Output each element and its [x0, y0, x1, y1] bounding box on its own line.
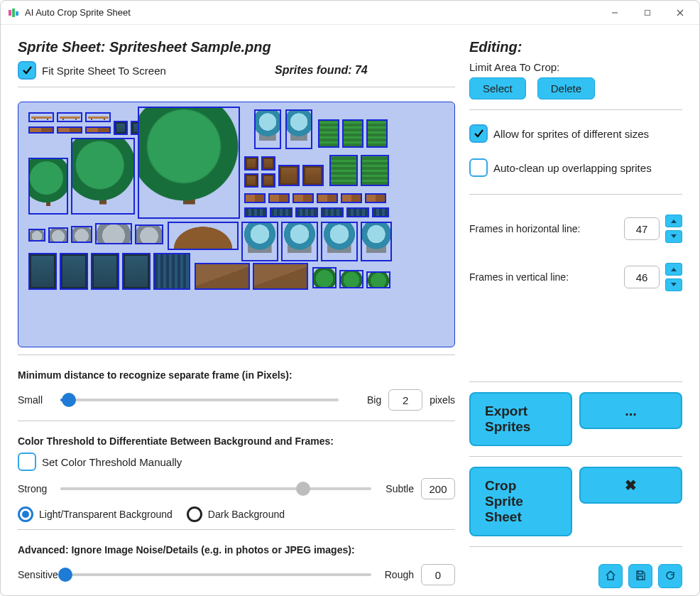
frames-h-down-button[interactable]: [665, 230, 682, 243]
frames-h-label: Frames in horizontal line:: [469, 223, 580, 234]
sprite-box[interactable]: [253, 263, 308, 290]
allow-sizes-checkbox[interactable]: Allow for sprites of different sizes: [469, 124, 682, 143]
sprite-box[interactable]: [244, 207, 267, 217]
svg-rect-2: [16, 11, 18, 16]
sprite-box[interactable]: [28, 126, 54, 134]
sprite-box[interactable]: [312, 267, 337, 288]
sprite-box[interactable]: [292, 193, 314, 203]
min-distance-unit: pixels: [430, 394, 455, 406]
sprite-box[interactable]: [244, 193, 266, 203]
sprite-box[interactable]: [122, 253, 151, 290]
sprite-box[interactable]: [57, 112, 82, 122]
window-maximize-button[interactable]: [631, 1, 664, 24]
home-button[interactable]: [598, 564, 623, 588]
sprite-box[interactable]: [244, 173, 258, 188]
fit-to-screen-checkbox[interactable]: Fit Sprite Sheet To Screen: [18, 61, 166, 80]
allow-sizes-label: Allow for sprites of different sizes: [493, 128, 649, 140]
fit-to-screen-label: Fit Sprite Sheet To Screen: [42, 65, 166, 77]
sprite-box[interactable]: [321, 207, 344, 217]
sprite-box[interactable]: [28, 253, 57, 290]
sprite-box[interactable]: [317, 193, 338, 203]
sprite-box[interactable]: [28, 112, 54, 122]
auto-clean-checkbox[interactable]: Auto-clean up overlapping sprites: [469, 158, 682, 177]
sprite-box[interactable]: [321, 222, 358, 261]
threshold-left-label: Strong: [18, 483, 53, 494]
sprite-box[interactable]: [28, 158, 68, 215]
export-sprites-button[interactable]: Export Sprites: [469, 392, 572, 446]
select-button[interactable]: Select: [469, 77, 526, 99]
sprite-box[interactable]: [241, 222, 278, 261]
sprite-box[interactable]: [153, 253, 190, 290]
sprite-box[interactable]: [365, 193, 386, 203]
sprite-box[interactable]: [91, 253, 119, 290]
sprite-box[interactable]: [95, 223, 132, 244]
checkbox-icon: [18, 61, 36, 80]
noise-value[interactable]: 0: [421, 564, 455, 585]
sprite-box[interactable]: [85, 126, 111, 134]
export-more-button[interactable]: ...: [579, 392, 682, 429]
sprite-box[interactable]: [244, 156, 258, 170]
sprite-box[interactable]: [270, 207, 292, 217]
sprite-box[interactable]: [302, 165, 324, 186]
sprite-box[interactable]: [318, 119, 339, 148]
manual-threshold-checkbox[interactable]: Set Color Threshold Manually: [18, 453, 455, 471]
sprite-box[interactable]: [48, 227, 68, 243]
min-distance-right-label: Big: [346, 394, 381, 406]
sprite-box[interactable]: [168, 222, 239, 250]
delete-button[interactable]: Delete: [537, 77, 595, 99]
sprite-box[interactable]: [285, 109, 312, 149]
frames-h-up-button[interactable]: [665, 215, 682, 227]
sprite-box[interactable]: [28, 229, 45, 242]
radio-light-background[interactable]: Light/Transparent Background: [18, 506, 173, 522]
sprite-box[interactable]: [268, 193, 290, 203]
sprite-box[interactable]: [60, 253, 88, 290]
noise-slider[interactable]: [65, 568, 371, 582]
sprite-box[interactable]: [57, 126, 82, 134]
sprite-box[interactable]: [71, 138, 135, 215]
sprite-box[interactable]: [278, 165, 300, 186]
frames-h-value[interactable]: 47: [624, 217, 660, 240]
sprite-box[interactable]: [85, 112, 111, 122]
sprite-box[interactable]: [361, 222, 392, 261]
sheet-title: Sprite Sheet: Spritesheet Sample.png: [18, 39, 455, 55]
sprite-box[interactable]: [295, 207, 318, 217]
crop-sprite-sheet-button[interactable]: Crop Sprite Sheet: [469, 467, 572, 536]
sprite-box[interactable]: [138, 107, 240, 219]
sprite-box[interactable]: [261, 173, 275, 188]
threshold-slider[interactable]: [60, 482, 371, 496]
window-close-button[interactable]: [664, 1, 696, 24]
sprite-box[interactable]: [342, 119, 363, 148]
min-distance-slider[interactable]: [60, 393, 339, 407]
min-distance-value[interactable]: 2: [388, 389, 422, 411]
sprite-box[interactable]: [135, 224, 163, 244]
radio-dark-background[interactable]: Dark Background: [187, 506, 285, 522]
window-title: AI Auto Crop Sprite Sheet: [25, 7, 131, 18]
radio-light-label: Light/Transparent Background: [39, 509, 173, 520]
sprite-box[interactable]: [195, 263, 250, 290]
sprite-box[interactable]: [281, 222, 318, 261]
sprite-preview[interactable]: [18, 102, 455, 347]
window-minimize-button[interactable]: [598, 1, 631, 24]
sprite-box[interactable]: [366, 119, 388, 148]
sprite-box[interactable]: [254, 109, 281, 149]
sprite-box[interactable]: [329, 155, 358, 186]
sprite-box[interactable]: [339, 270, 363, 288]
sprite-box[interactable]: [114, 121, 128, 135]
sprite-box[interactable]: [341, 193, 362, 203]
sprite-box[interactable]: [372, 207, 389, 217]
frames-v-up-button[interactable]: [665, 263, 682, 276]
sprite-box[interactable]: [361, 155, 389, 186]
sprite-box[interactable]: [261, 156, 275, 170]
refresh-button[interactable]: [658, 564, 682, 588]
frames-v-value[interactable]: 46: [624, 266, 660, 288]
checkbox-icon: [18, 453, 36, 471]
sprite-box[interactable]: [366, 271, 390, 288]
sprite-box[interactable]: [71, 226, 92, 243]
sprite-box[interactable]: [346, 207, 369, 217]
auto-clean-label: Auto-clean up overlapping sprites: [493, 162, 652, 174]
cancel-button[interactable]: ✖: [579, 467, 682, 504]
frames-v-down-button[interactable]: [665, 278, 682, 291]
threshold-value[interactable]: 200: [421, 478, 455, 499]
save-button[interactable]: [628, 564, 652, 588]
noise-left-label: Sensitive: [18, 569, 58, 580]
